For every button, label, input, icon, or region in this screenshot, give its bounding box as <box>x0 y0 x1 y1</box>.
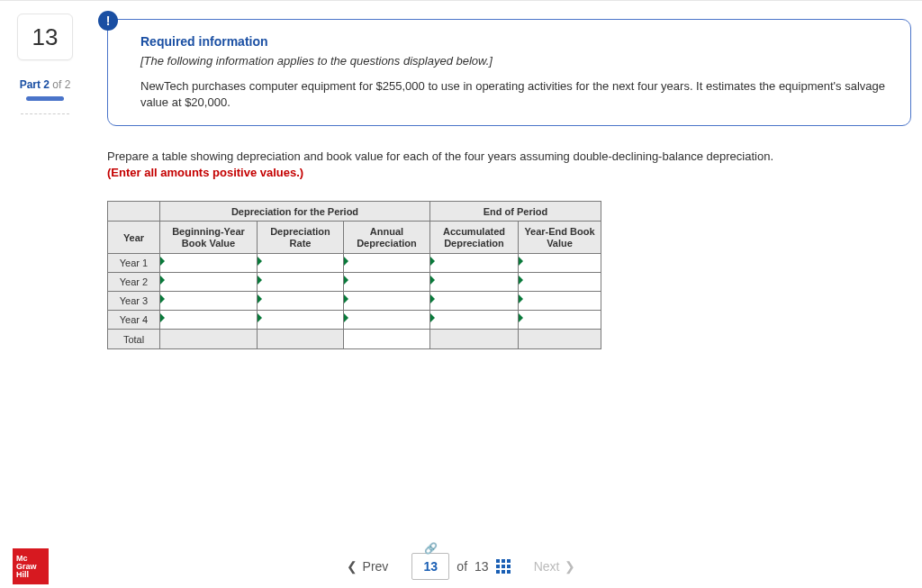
total-blank-beg-bv <box>160 330 258 349</box>
part-progress-bar <box>26 96 64 101</box>
dropdown-marker-icon <box>430 276 435 285</box>
dropdown-marker-icon <box>519 257 523 266</box>
pagination-nav: ❮ Prev 🔗 of 13 Next ❯ <box>0 545 922 588</box>
input-y3-acc[interactable] <box>430 292 518 310</box>
input-y1-end-bv[interactable] <box>519 254 601 272</box>
dropdown-marker-icon <box>344 313 348 322</box>
input-y1-beg-bv[interactable] <box>160 254 257 272</box>
dropdown-marker-icon <box>430 313 435 322</box>
info-title: Required information <box>140 34 892 49</box>
table-row: Year 1 <box>108 254 601 273</box>
dropdown-marker-icon <box>519 294 523 303</box>
header-beginning-book-value: Beginning-Year Book Value <box>160 222 258 254</box>
input-y1-annual[interactable] <box>344 254 429 272</box>
input-y2-annual[interactable] <box>344 273 429 291</box>
dropdown-marker-icon <box>430 294 435 303</box>
input-y4-end-bv[interactable] <box>519 311 601 329</box>
cell-y2-acc <box>430 273 519 292</box>
question-sidebar: 13 Part 2 of 2 <box>0 1 90 114</box>
header-accumulated-depreciation: Accumulated Depreciation <box>430 222 519 254</box>
total-blank-acc <box>430 330 519 349</box>
row-label-total: Total <box>108 330 160 349</box>
question-main: Prepare a table showing depreciation and… <box>107 149 911 349</box>
info-body-text: NewTech purchases computer equipment for… <box>140 78 892 111</box>
dropdown-marker-icon <box>344 276 348 285</box>
cell-y1-annual <box>344 254 430 273</box>
input-y1-acc[interactable] <box>430 254 518 272</box>
cell-y4-annual <box>344 311 430 330</box>
question-number-box: 13 <box>17 14 73 60</box>
total-blank-rate <box>258 330 344 349</box>
input-y3-beg-bv[interactable] <box>160 292 257 310</box>
cell-y4-end-bv <box>519 311 601 330</box>
input-y1-rate[interactable] <box>258 254 343 272</box>
header-annual-depreciation: Annual Depreciation <box>344 222 430 254</box>
cell-total-annual <box>344 330 430 349</box>
total-blank-end-bv <box>519 330 601 349</box>
question-prompt: Prepare a table showing depreciation and… <box>107 149 911 181</box>
row-label-year4: Year 4 <box>108 311 160 330</box>
footer-bar: Mc Graw Hill ❮ Prev 🔗 of 13 Next ❯ <box>0 545 922 588</box>
cell-y3-rate <box>258 292 344 311</box>
row-label-year3: Year 3 <box>108 292 160 311</box>
dropdown-marker-icon <box>160 276 165 285</box>
depreciation-table: Depreciation for the Period End of Perio… <box>107 201 601 349</box>
cell-y4-acc <box>430 311 519 330</box>
cell-y1-rate <box>258 254 344 273</box>
grid-view-icon[interactable] <box>496 559 511 574</box>
page-number-input[interactable] <box>411 553 449 580</box>
input-total-annual[interactable] <box>344 330 429 348</box>
input-y3-annual[interactable] <box>344 292 429 310</box>
dropdown-marker-icon <box>344 257 348 266</box>
header-year-end-book-value: Year-End Book Value <box>519 222 601 254</box>
input-y3-end-bv[interactable] <box>519 292 601 310</box>
table-row: Year 4 <box>108 311 601 330</box>
page-total: 13 <box>475 559 489 574</box>
question-number: 13 <box>32 23 59 51</box>
table-body: Year 1 Year 2 Year 3 <box>108 254 601 349</box>
table-row: Year 2 <box>108 273 601 292</box>
input-y2-rate[interactable] <box>258 273 343 291</box>
cell-y2-annual <box>344 273 430 292</box>
page-of-label: of <box>456 559 467 574</box>
part-indicator: Part 2 of 2 <box>20 78 71 91</box>
dropdown-marker-icon <box>430 257 435 266</box>
cell-y3-end-bv <box>519 292 601 311</box>
dropdown-marker-icon <box>258 257 262 266</box>
header-group-end: End of Period <box>430 202 601 222</box>
cell-y3-annual <box>344 292 430 311</box>
cell-y3-beg-bv <box>160 292 258 311</box>
cell-y4-beg-bv <box>160 311 258 330</box>
dropdown-marker-icon <box>344 294 348 303</box>
dropdown-marker-icon <box>160 313 165 322</box>
cell-y1-acc <box>430 254 519 273</box>
input-y3-rate[interactable] <box>258 292 343 310</box>
input-y2-beg-bv[interactable] <box>160 273 257 291</box>
dropdown-marker-icon <box>258 294 262 303</box>
input-y4-beg-bv[interactable] <box>160 311 257 329</box>
cell-y1-end-bv <box>519 254 601 273</box>
header-depreciation-rate: Depreciation Rate <box>258 222 344 254</box>
prev-button[interactable]: ❮ Prev <box>339 554 396 579</box>
cell-y2-beg-bv <box>160 273 258 292</box>
input-y2-acc[interactable] <box>430 273 518 291</box>
input-y4-acc[interactable] <box>430 311 518 329</box>
prev-label: Prev <box>363 559 389 574</box>
dropdown-marker-icon <box>519 276 523 285</box>
header-group-depreciation: Depreciation for the Period <box>160 202 430 222</box>
table-row: Year 3 <box>108 292 601 311</box>
input-y2-end-bv[interactable] <box>519 273 601 291</box>
link-icon: 🔗 <box>424 542 438 555</box>
header-blank <box>108 202 160 222</box>
info-badge-icon: ! <box>98 11 118 31</box>
dropdown-marker-icon <box>519 313 523 322</box>
cell-y2-end-bv <box>519 273 601 292</box>
depreciation-table-wrap: Depreciation for the Period End of Perio… <box>107 201 911 349</box>
row-label-year2: Year 2 <box>108 273 160 292</box>
next-label: Next <box>534 559 560 574</box>
next-button[interactable]: Next ❯ <box>527 554 583 579</box>
input-y4-annual[interactable] <box>344 311 429 329</box>
chevron-right-icon: ❯ <box>565 559 575 574</box>
input-y4-rate[interactable] <box>258 311 343 329</box>
dropdown-marker-icon <box>160 294 165 303</box>
